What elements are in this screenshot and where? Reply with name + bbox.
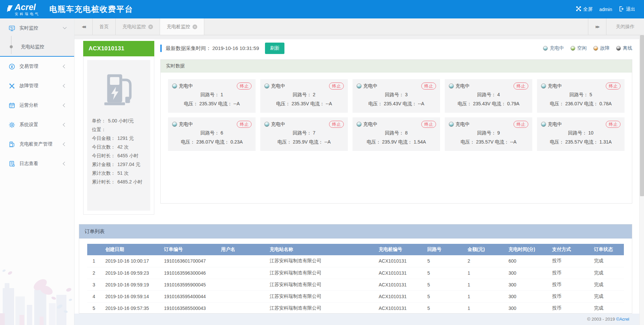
table-cell: 完成 [592, 255, 624, 267]
terminate-button[interactable]: 终止 [237, 83, 252, 90]
copyright-text: © 2003 - 2019 [587, 317, 616, 322]
device-stat: 累计次数：51 次 [92, 169, 146, 177]
table-row[interactable]: 52019-10-16 09:57:351910163585500043江苏安科… [87, 302, 624, 314]
tab-close-icon[interactable]: × [193, 24, 197, 29]
circuit-values: 电压： 235.35V 电流： --A [172, 101, 252, 107]
sidebar-subitem-station-monitor[interactable]: 充电站监控 [0, 38, 74, 56]
circuit-values: 电压： 235.9V 电流： --A [264, 139, 344, 145]
stat-label: 今日金额： [92, 136, 115, 141]
device-stat: 今日次数：42 次 [92, 143, 146, 151]
circuit-number: 回路号： 9 [449, 130, 528, 136]
sidebar-item-label: 运营分析 [19, 102, 38, 108]
table-cell: 2019-10-16 09:59:19 [103, 279, 162, 290]
page-title: 电瓶车充电桩收费平台 [49, 4, 133, 14]
sidebar-item-operation-analysis[interactable]: 运营分析 [0, 96, 74, 115]
table-cell [219, 255, 268, 267]
table-cell: 1 [466, 267, 506, 279]
sidebar-item-transaction-mgmt[interactable]: 交易管理 [0, 57, 74, 76]
device-stat: 今日金额：1291 元 [92, 134, 146, 143]
table-cell: 江苏安科瑞制造有限公司 [268, 267, 377, 279]
terminate-button[interactable]: 终止 [606, 121, 621, 128]
table-cell: 300 [506, 279, 550, 290]
accent-bar [160, 45, 162, 52]
row-index: 2 [87, 267, 103, 279]
close-operations-button[interactable]: 关闭操作 [606, 18, 644, 35]
row-index: 1 [87, 255, 103, 267]
sidebar-item-log-view[interactable]: 日志查看 [0, 154, 74, 173]
table-row[interactable]: 12019-10-16 10:00:171910163601700047江苏安科… [87, 255, 624, 267]
terminate-button[interactable]: 终止 [514, 83, 528, 90]
logout-button[interactable]: 退出 [619, 6, 635, 12]
tabs-scroll-right-button[interactable]: ▶▶ [588, 18, 606, 35]
table-cell: 300 [506, 290, 550, 302]
legend-label: 充电中 [550, 45, 564, 51]
charging-status-dot [264, 122, 269, 127]
circuit-card-top: 充电中终止 [357, 83, 436, 90]
collect-time-label: 最新数据采集时间： [166, 45, 211, 51]
circuit-card: 充电中终止回路号： 4电压： 235.43V 电流： 0.79A [445, 79, 532, 113]
stat-label: 累计时长： [92, 179, 115, 184]
collect-time-value: 2019-10-16 10:31:59 [212, 45, 259, 51]
table-cell: 5 [425, 290, 466, 302]
circuit-card: 充电中终止回路号： 2电压： 235.35V 电流： --A [260, 79, 348, 113]
table-cell: ACX1010131 [377, 290, 425, 302]
sidebar-item-system-settings[interactable]: 系统设置 [0, 115, 74, 134]
terminate-button[interactable]: 终止 [606, 83, 621, 90]
fullscreen-button[interactable]: 全屏 [576, 6, 593, 12]
table-cell: 江苏安科瑞制造有限公司 [268, 302, 377, 314]
legend-label: 离线 [623, 45, 632, 51]
legend-item: 充电中 [543, 45, 564, 51]
table-cell: 1910163595400044 [162, 290, 219, 302]
terminate-button[interactable]: 终止 [421, 121, 436, 128]
username: admin [599, 7, 612, 12]
table-row[interactable]: 32019-10-16 09:59:191910163595900045江苏安科… [87, 279, 624, 290]
stat-value: 42 次 [117, 144, 128, 150]
tab-station-monitor[interactable]: 充电站监控× [116, 18, 160, 35]
circuit-values: 电压： 235.43V 电流： 0.79A [449, 101, 528, 107]
terminate-button[interactable]: 终止 [329, 121, 344, 128]
chevron-icon [63, 162, 66, 165]
circuit-number: 回路号： 8 [357, 130, 436, 136]
status-dot [593, 46, 598, 51]
device-panel: ACX1010131 单价：5.00 小时/元位置：今日金额：1291 元今日次… [83, 41, 154, 215]
table-cell: 300 [506, 267, 550, 279]
table-cell [219, 290, 268, 302]
sidebar-item-pile-asset-mgmt[interactable]: 充电桩资产管理 [0, 134, 74, 154]
row-index: 3 [87, 279, 103, 290]
tab-home[interactable]: 首页 [93, 18, 116, 35]
tabs-scroll-left-button[interactable]: ◀◀ [74, 18, 93, 35]
table-cell [219, 302, 268, 314]
terminate-button[interactable]: 终止 [514, 121, 528, 128]
log-icon [9, 161, 15, 167]
table-cell: 完成 [592, 267, 624, 279]
sidebar-item-fault-mgmt[interactable]: 故障管理 [0, 76, 74, 96]
sidebar-item-realtime-monitor[interactable]: 实时监控 [0, 18, 74, 38]
device-stat: 单价：5.00 小时/元 [92, 116, 146, 125]
terminate-button[interactable]: 终止 [421, 83, 436, 90]
sidebar-subitem-label: 充电站监控 [21, 44, 44, 50]
tab-pile-monitor[interactable]: 充电桩监控× [160, 18, 204, 35]
circuit-card: 充电中终止回路号： 10电压： 235.57V 电流： 1.31A [537, 117, 625, 151]
charging-status-dot [264, 84, 269, 89]
table-row[interactable]: 42019-10-16 09:59:141910163595400044江苏安科… [87, 290, 624, 302]
table-cell: 投币 [550, 267, 592, 279]
charging-status-label: 充电中 [271, 83, 285, 89]
table-cell: 江苏安科瑞制造有限公司 [268, 255, 377, 267]
table-cell: 5 [425, 267, 466, 279]
refresh-button[interactable]: 刷新 [265, 43, 284, 54]
table-row[interactable]: 22019-10-16 09:59:231910163596300046江苏安科… [87, 267, 624, 279]
monitor-icon [9, 25, 15, 32]
scrollbar-thumb[interactable] [640, 35, 644, 196]
legend-label: 故障 [600, 45, 609, 51]
user-menu[interactable]: admin [599, 7, 612, 12]
vertical-scrollbar[interactable] [639, 35, 644, 325]
charging-status-label: 充电中 [455, 83, 470, 89]
orders-column-header: 充电站名称 [268, 244, 377, 255]
stat-value: 6485.2 小时 [117, 179, 143, 184]
sidebar-group-system-settings: 系统设置 [0, 115, 74, 134]
tab-close-icon[interactable]: × [148, 24, 153, 29]
terminate-button[interactable]: 终止 [237, 121, 252, 128]
charging-status-label: 充电中 [271, 121, 285, 127]
brand-link[interactable]: ©Acrel [616, 317, 629, 322]
terminate-button[interactable]: 终止 [329, 83, 344, 90]
